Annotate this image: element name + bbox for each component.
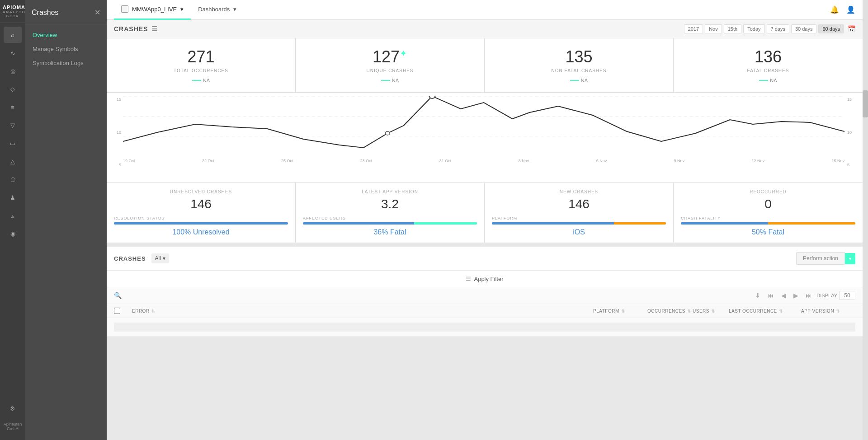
unresolved-bar-blue bbox=[114, 222, 288, 225]
sidebar-item-globe[interactable]: ◉ bbox=[4, 225, 22, 242]
sidebar-item-funnel[interactable]: ▽ bbox=[4, 117, 22, 133]
sort-last-occ-icon: ⇅ bbox=[779, 309, 783, 314]
nav-item-symbolication-logs[interactable]: Symbolication Logs bbox=[25, 56, 107, 70]
bell-icon[interactable]: 🔔 bbox=[830, 5, 839, 14]
logo-subtitle: ANALYTICS BETA bbox=[3, 10, 23, 18]
download-icon[interactable]: ⬇ bbox=[752, 291, 763, 300]
display-value[interactable]: 50 bbox=[839, 291, 855, 300]
table-header: ERROR ⇅ PLATFORM ⇅ OCCURRENCES ⇅ USERS ⇅… bbox=[107, 304, 863, 318]
tab-mmwapp-label: MMWApp0_LIVE bbox=[132, 6, 177, 13]
col-app-version[interactable]: APP VERSION ⇅ bbox=[801, 308, 855, 314]
trend-line-3 bbox=[570, 80, 579, 81]
calendar-icon[interactable]: 📅 bbox=[848, 25, 855, 33]
sort-occ-icon: ⇅ bbox=[687, 309, 691, 314]
trend-line-2 bbox=[381, 80, 390, 81]
col-last-occ[interactable]: LAST OCCURRENCE ⇅ bbox=[729, 308, 801, 314]
prev-icon[interactable]: ◀ bbox=[778, 291, 789, 300]
x-label-12nov: 12 Nov bbox=[752, 159, 765, 163]
sidebar-item-chart[interactable]: ⟁ bbox=[4, 207, 22, 224]
section-title: CRASHES ☰ bbox=[114, 25, 158, 33]
search-icon: 🔍 bbox=[114, 292, 122, 299]
next-last-icon[interactable]: ⏭ bbox=[803, 291, 815, 300]
col-users[interactable]: USERS ⇅ bbox=[693, 308, 729, 314]
sidebar-item-tag[interactable]: ◇ bbox=[4, 81, 22, 97]
date-btn-today[interactable]: Today bbox=[743, 24, 764, 33]
stat-total-value: 271 bbox=[114, 47, 288, 66]
filter-list-icon[interactable]: ☰ bbox=[151, 25, 158, 33]
sort-error-icon: ⇅ bbox=[151, 309, 156, 314]
stat-fatal-trend: NA bbox=[681, 78, 855, 83]
x-label-15nov: 15 Nov bbox=[831, 159, 844, 163]
stat-unresolved: UNRESOLVED CRASHES 146 RESOLUTION STATUS… bbox=[107, 183, 296, 243]
date-btn-30days[interactable]: 30 days bbox=[791, 24, 817, 33]
crash-chart: 15 10 5 15 10 5 bbox=[107, 93, 863, 183]
platform-result: iOS bbox=[492, 228, 666, 236]
sidebar-icons: ⌂ ∿ ◎ ◇ ≡ ▽ ▭ △ ⬡ ♟ ⟁ ◉ bbox=[4, 23, 22, 400]
col-error[interactable]: ERROR ⇅ bbox=[132, 308, 593, 314]
date-btn-15th[interactable]: 15th bbox=[724, 24, 741, 33]
apply-filter-label: Apply Filter bbox=[474, 276, 503, 282]
unresolved-progress-label: RESOLUTION STATUS bbox=[114, 216, 288, 220]
stat-reoccurred: REOCCURRED 0 CRASH FATALITY 50% Fatal bbox=[674, 183, 863, 243]
crash-chart-svg bbox=[123, 96, 844, 157]
date-btn-7days[interactable]: 7 days bbox=[767, 24, 789, 33]
crashes-table-section: CRASHES All ▾ Perform action ▾ ☰ Apply F… bbox=[107, 247, 863, 337]
perform-action-button[interactable]: Perform action bbox=[796, 252, 845, 265]
table-row[interactable] bbox=[107, 318, 863, 337]
sidebar-item-card[interactable]: ▭ bbox=[4, 135, 22, 151]
affected-bar-green bbox=[414, 222, 477, 225]
x-label-22oct: 22 Oct bbox=[202, 159, 214, 163]
select-all-checkbox[interactable] bbox=[114, 308, 120, 314]
trend-line-4 bbox=[759, 80, 768, 81]
filter-all-dropdown[interactable]: All ▾ bbox=[151, 253, 169, 263]
close-icon[interactable]: ✕ bbox=[94, 8, 100, 17]
x-label-19oct: 19 Oct bbox=[123, 159, 135, 163]
sidebar-item-home[interactable]: ⌂ bbox=[4, 27, 22, 43]
app-version-value: 3.2 bbox=[303, 197, 477, 211]
sidebar-item-filter[interactable]: ≡ bbox=[4, 99, 22, 115]
sidebar-item-label[interactable]: ⬡ bbox=[4, 171, 22, 187]
platform-bar-orange bbox=[614, 222, 666, 225]
col-platform[interactable]: PLATFORM ⇅ bbox=[593, 308, 647, 314]
scrollbar-thumb[interactable] bbox=[863, 90, 868, 117]
perform-action-chevron[interactable]: ▾ bbox=[845, 253, 855, 264]
stat-app-version: LATEST APP VERSION 3.2 AFFECTED USERS 36… bbox=[296, 183, 485, 243]
apply-filter-row: ☰ Apply Filter bbox=[107, 271, 863, 287]
prev-first-icon[interactable]: ⏮ bbox=[765, 291, 777, 300]
perform-action-group: Perform action ▾ bbox=[796, 252, 855, 265]
next-icon[interactable]: ▶ bbox=[791, 291, 801, 300]
tab-icon bbox=[121, 5, 128, 13]
affected-users-label: AFFECTED USERS bbox=[303, 216, 477, 220]
stat-unique-trend-val: NA bbox=[392, 78, 399, 83]
tab-dashboards[interactable]: Dashboards ▾ bbox=[191, 0, 244, 20]
stats-row: 271 TOTAL OCCURENCES NA 127✦ UNIQUE CRAS… bbox=[107, 38, 863, 93]
sidebar-item-settings[interactable]: ⚙ bbox=[4, 400, 22, 417]
user-icon[interactable]: 👤 bbox=[846, 5, 855, 14]
sidebar-item-circle[interactable]: ◎ bbox=[4, 63, 22, 79]
date-btn-2017[interactable]: 2017 bbox=[684, 24, 703, 33]
sidebar-item-activity[interactable]: ∿ bbox=[4, 45, 22, 61]
sort-app-version-icon: ⇅ bbox=[836, 309, 840, 314]
y-label-10: 10 bbox=[108, 130, 121, 135]
x-label-25oct: 25 Oct bbox=[281, 159, 293, 163]
sidebar-item-alert[interactable]: △ bbox=[4, 153, 22, 169]
table-section-title: CRASHES bbox=[114, 255, 146, 262]
stat-unique-value: 127✦ bbox=[303, 47, 477, 66]
col-occurrences[interactable]: OCCURRENCES ⇅ bbox=[647, 308, 693, 314]
scrollbar[interactable] bbox=[863, 0, 868, 440]
display-label: DISPLAY bbox=[816, 293, 837, 298]
date-btn-60days[interactable]: 60 days bbox=[818, 24, 844, 33]
filter-all-label: All bbox=[155, 255, 161, 262]
stat-total-occurrences: 271 TOTAL OCCURENCES NA bbox=[107, 38, 296, 92]
nav-item-overview[interactable]: Overview bbox=[25, 28, 107, 42]
col-last-occ-label: LAST OCCURRENCE bbox=[729, 309, 777, 314]
date-btn-nov[interactable]: Nov bbox=[705, 24, 722, 33]
tab-mmwapp[interactable]: MMWApp0_LIVE ▾ bbox=[114, 0, 191, 20]
date-filters: 2017 Nov 15th Today 7 days 30 days 60 da… bbox=[684, 24, 855, 33]
nav-item-manage-symbols[interactable]: Manage Symbols bbox=[25, 42, 107, 56]
fatality-bar-blue bbox=[681, 222, 768, 225]
tab-dashboards-label: Dashboards bbox=[198, 6, 230, 13]
apply-filter-button[interactable]: ☰ Apply Filter bbox=[466, 276, 503, 282]
x-label-31oct: 31 Oct bbox=[439, 159, 452, 163]
sidebar-item-users[interactable]: ♟ bbox=[4, 189, 22, 206]
